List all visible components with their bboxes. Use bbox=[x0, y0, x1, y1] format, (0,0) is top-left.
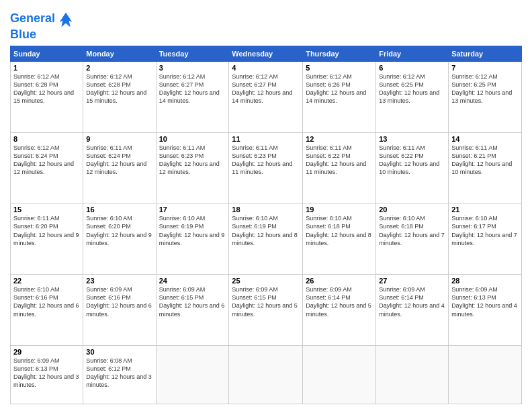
day-number: 3 bbox=[159, 64, 226, 72]
day-number: 25 bbox=[232, 277, 300, 285]
day-info: Sunrise: 6:11 AM Sunset: 6:23 PM Dayligh… bbox=[232, 144, 300, 177]
calendar-cell: 20 Sunrise: 6:10 AM Sunset: 6:18 PM Dayl… bbox=[376, 203, 449, 275]
day-info: Sunrise: 6:10 AM Sunset: 6:19 PM Dayligh… bbox=[159, 214, 226, 247]
calendar-cell: 21 Sunrise: 6:10 AM Sunset: 6:17 PM Dayl… bbox=[449, 203, 522, 275]
day-info: Sunrise: 6:11 AM Sunset: 6:23 PM Dayligh… bbox=[159, 144, 226, 177]
day-info: Sunrise: 6:10 AM Sunset: 6:18 PM Dayligh… bbox=[306, 214, 373, 247]
day-info: Sunrise: 6:10 AM Sunset: 6:16 PM Dayligh… bbox=[13, 285, 80, 318]
day-number: 20 bbox=[379, 205, 445, 214]
day-number: 15 bbox=[13, 205, 80, 214]
header-wednesday: Wednesday bbox=[229, 46, 303, 61]
header-monday: Monday bbox=[83, 46, 156, 61]
day-info: Sunrise: 6:09 AM Sunset: 6:14 PM Dayligh… bbox=[306, 285, 373, 318]
day-info: Sunrise: 6:10 AM Sunset: 6:20 PM Dayligh… bbox=[86, 214, 152, 247]
calendar-cell: 23 Sunrise: 6:09 AM Sunset: 6:16 PM Dayl… bbox=[83, 275, 156, 346]
day-info: Sunrise: 6:09 AM Sunset: 6:15 PM Dayligh… bbox=[159, 285, 226, 318]
calendar-cell: 14 Sunrise: 6:11 AM Sunset: 6:21 PM Dayl… bbox=[449, 132, 522, 203]
day-info: Sunrise: 6:09 AM Sunset: 6:16 PM Dayligh… bbox=[86, 285, 152, 318]
day-info: Sunrise: 6:12 AM Sunset: 6:25 PM Dayligh… bbox=[379, 73, 445, 105]
calendar-cell: 17 Sunrise: 6:10 AM Sunset: 6:19 PM Dayl… bbox=[156, 203, 229, 275]
logo: General Blue bbox=[10, 9, 75, 42]
day-number: 27 bbox=[379, 277, 445, 285]
calendar-cell: 29 Sunrise: 6:09 AM Sunset: 6:13 PM Dayl… bbox=[11, 345, 83, 404]
calendar-cell: 1 Sunrise: 6:12 AM Sunset: 6:28 PM Dayli… bbox=[11, 61, 83, 132]
calendar-cell: 24 Sunrise: 6:09 AM Sunset: 6:15 PM Dayl… bbox=[156, 275, 229, 346]
page: General Blue Sunday Monday Tuesday Wedne… bbox=[0, 0, 532, 411]
day-number: 6 bbox=[379, 64, 445, 72]
day-number: 10 bbox=[159, 135, 226, 143]
day-info: Sunrise: 6:12 AM Sunset: 6:28 PM Dayligh… bbox=[13, 73, 80, 105]
day-number: 23 bbox=[86, 277, 152, 285]
calendar-cell bbox=[449, 345, 522, 404]
calendar-cell bbox=[303, 345, 376, 404]
day-info: Sunrise: 6:10 AM Sunset: 6:19 PM Dayligh… bbox=[232, 214, 300, 247]
calendar-cell: 12 Sunrise: 6:11 AM Sunset: 6:22 PM Dayl… bbox=[303, 132, 376, 203]
day-number: 30 bbox=[86, 348, 152, 356]
calendar-cell: 10 Sunrise: 6:11 AM Sunset: 6:23 PM Dayl… bbox=[156, 132, 229, 203]
calendar-cell: 8 Sunrise: 6:12 AM Sunset: 6:24 PM Dayli… bbox=[11, 132, 83, 203]
calendar-table: Sunday Monday Tuesday Wednesday Thursday… bbox=[10, 46, 522, 404]
logo-text: General bbox=[10, 12, 55, 26]
day-number: 13 bbox=[379, 135, 445, 143]
day-info: Sunrise: 6:09 AM Sunset: 6:15 PM Dayligh… bbox=[232, 285, 300, 318]
day-number: 24 bbox=[159, 277, 226, 285]
calendar-cell: 7 Sunrise: 6:12 AM Sunset: 6:25 PM Dayli… bbox=[449, 61, 522, 132]
day-info: Sunrise: 6:11 AM Sunset: 6:22 PM Dayligh… bbox=[306, 144, 373, 177]
header-saturday: Saturday bbox=[449, 46, 522, 61]
day-number: 29 bbox=[13, 348, 80, 356]
calendar-cell bbox=[156, 345, 229, 404]
day-number: 12 bbox=[306, 135, 373, 143]
calendar-cell: 28 Sunrise: 6:09 AM Sunset: 6:13 PM Dayl… bbox=[449, 275, 522, 346]
day-number: 1 bbox=[13, 64, 80, 72]
day-number: 22 bbox=[13, 277, 80, 285]
calendar-cell: 22 Sunrise: 6:10 AM Sunset: 6:16 PM Dayl… bbox=[11, 275, 83, 346]
day-info: Sunrise: 6:09 AM Sunset: 6:13 PM Dayligh… bbox=[13, 357, 80, 390]
calendar-cell: 13 Sunrise: 6:11 AM Sunset: 6:22 PM Dayl… bbox=[376, 132, 449, 203]
calendar-cell: 27 Sunrise: 6:09 AM Sunset: 6:14 PM Dayl… bbox=[376, 275, 449, 346]
calendar-cell: 25 Sunrise: 6:09 AM Sunset: 6:15 PM Dayl… bbox=[229, 275, 303, 346]
logo-icon bbox=[56, 9, 75, 28]
day-info: Sunrise: 6:11 AM Sunset: 6:24 PM Dayligh… bbox=[86, 144, 152, 177]
calendar-cell bbox=[376, 345, 449, 404]
day-info: Sunrise: 6:09 AM Sunset: 6:14 PM Dayligh… bbox=[379, 285, 445, 318]
calendar-cell bbox=[229, 345, 303, 404]
day-number: 16 bbox=[86, 205, 152, 214]
calendar-cell: 4 Sunrise: 6:12 AM Sunset: 6:27 PM Dayli… bbox=[229, 61, 303, 132]
day-number: 18 bbox=[232, 205, 300, 214]
calendar-cell: 2 Sunrise: 6:12 AM Sunset: 6:28 PM Dayli… bbox=[83, 61, 156, 132]
header-thursday: Thursday bbox=[303, 46, 376, 61]
calendar-cell: 11 Sunrise: 6:11 AM Sunset: 6:23 PM Dayl… bbox=[229, 132, 303, 203]
day-number: 11 bbox=[232, 135, 300, 143]
calendar-cell: 16 Sunrise: 6:10 AM Sunset: 6:20 PM Dayl… bbox=[83, 203, 156, 275]
day-number: 7 bbox=[451, 64, 519, 72]
day-number: 4 bbox=[232, 64, 300, 72]
day-number: 26 bbox=[306, 277, 373, 285]
calendar-cell: 9 Sunrise: 6:11 AM Sunset: 6:24 PM Dayli… bbox=[83, 132, 156, 203]
header-friday: Friday bbox=[376, 46, 449, 61]
calendar-cell: 18 Sunrise: 6:10 AM Sunset: 6:19 PM Dayl… bbox=[229, 203, 303, 275]
header-sunday: Sunday bbox=[11, 46, 83, 61]
day-info: Sunrise: 6:11 AM Sunset: 6:21 PM Dayligh… bbox=[451, 144, 519, 177]
calendar-cell: 6 Sunrise: 6:12 AM Sunset: 6:25 PM Dayli… bbox=[376, 61, 449, 132]
calendar-cell: 5 Sunrise: 6:12 AM Sunset: 6:26 PM Dayli… bbox=[303, 61, 376, 132]
day-info: Sunrise: 6:12 AM Sunset: 6:26 PM Dayligh… bbox=[306, 73, 373, 105]
day-info: Sunrise: 6:12 AM Sunset: 6:25 PM Dayligh… bbox=[451, 73, 519, 105]
day-number: 28 bbox=[451, 277, 519, 285]
day-number: 17 bbox=[159, 205, 226, 214]
calendar-cell: 19 Sunrise: 6:10 AM Sunset: 6:18 PM Dayl… bbox=[303, 203, 376, 275]
day-number: 2 bbox=[86, 64, 152, 72]
day-number: 8 bbox=[13, 135, 80, 143]
day-info: Sunrise: 6:12 AM Sunset: 6:28 PM Dayligh… bbox=[86, 73, 152, 105]
day-info: Sunrise: 6:12 AM Sunset: 6:24 PM Dayligh… bbox=[13, 144, 80, 177]
day-info: Sunrise: 6:10 AM Sunset: 6:18 PM Dayligh… bbox=[379, 214, 445, 247]
day-number: 14 bbox=[451, 135, 519, 143]
day-number: 21 bbox=[451, 205, 519, 214]
day-info: Sunrise: 6:08 AM Sunset: 6:12 PM Dayligh… bbox=[86, 357, 152, 390]
day-number: 9 bbox=[86, 135, 152, 143]
calendar-cell: 26 Sunrise: 6:09 AM Sunset: 6:14 PM Dayl… bbox=[303, 275, 376, 346]
day-info: Sunrise: 6:12 AM Sunset: 6:27 PM Dayligh… bbox=[159, 73, 226, 105]
day-info: Sunrise: 6:09 AM Sunset: 6:13 PM Dayligh… bbox=[451, 285, 519, 318]
day-number: 19 bbox=[306, 205, 373, 214]
header-tuesday: Tuesday bbox=[156, 46, 229, 61]
calendar-cell: 3 Sunrise: 6:12 AM Sunset: 6:27 PM Dayli… bbox=[156, 61, 229, 132]
